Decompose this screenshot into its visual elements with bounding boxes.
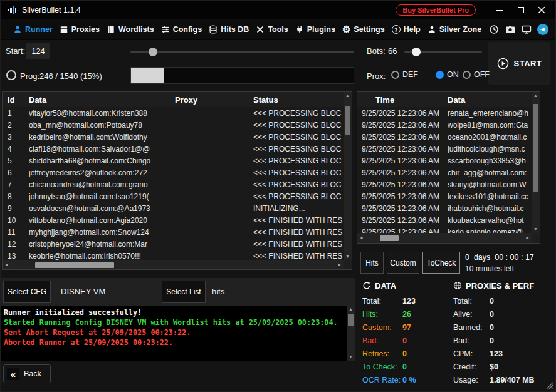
table-row[interactable]: 8 johnnytsao@hotmail.com:tsao1219( <<< P… (3, 190, 344, 202)
table-row[interactable]: 2 oba_mn@hotmail.com:Potoauy78 <<< PROCE… (3, 119, 344, 131)
bots-slider[interactable] (404, 48, 482, 56)
tab-hits[interactable]: Hits (360, 252, 384, 274)
scroll-down-icon[interactable] (345, 254, 350, 260)
scroll-down-icon[interactable] (533, 226, 538, 232)
close-button[interactable] (531, 1, 552, 19)
scroll-thumb[interactable] (380, 235, 399, 241)
cell-status: <<< FINISHED WITH RES (253, 228, 344, 237)
telegram-icon[interactable] (537, 24, 548, 35)
list-item[interactable]: 9/25/2025 12:23:06 AM kloubackcarvalho@h… (357, 214, 532, 226)
resize-grip[interactable] (546, 382, 553, 389)
list-item[interactable]: 9/25/2025 12:23:06 AM judithcolclough@ms… (357, 143, 532, 155)
table-row[interactable]: 1 vltaylor58@hotmail.com:Kristen388 <<< … (3, 107, 344, 119)
list-item[interactable]: 9/25/2025 12:23:06 AM karlo antonio gome… (357, 226, 532, 233)
table-row[interactable]: 9 osvaldocsn@hotmail.com:@Aa1973 INITIAL… (3, 202, 344, 214)
list-item[interactable]: 9/25/2025 12:23:06 AM oceano2001@hotmail… (357, 131, 532, 143)
table-row[interactable]: 6 jeffreymedeiros2@outlook.com:272 <<< P… (3, 167, 344, 178)
stat-row: Banned: 0 (453, 321, 553, 334)
list-item[interactable]: 9/25/2025 12:23:06 AM renata_emerenciano… (357, 107, 532, 119)
history-clock-icon[interactable] (488, 24, 499, 35)
slider-track (130, 51, 354, 53)
runner-table-hscrollbar[interactable] (3, 260, 344, 269)
cell-data: johnnytsao@hotmail.com:tsao1219( (29, 192, 175, 201)
stat-label: CPM: (453, 349, 490, 358)
cell-time: 9/25/2025 12:23:06 AM (357, 157, 448, 165)
table-row[interactable]: 7 chicanoandreu@hotmail.com:grano <<< PR… (3, 178, 344, 190)
start-slider[interactable] (130, 48, 354, 56)
back-button[interactable]: Back (3, 364, 51, 383)
table-row[interactable]: 12 cristopheryoel24@hotmail.com:Mar <<< … (3, 238, 344, 250)
cell-id: 4 (3, 145, 29, 153)
tab-proxies[interactable]: Proxies (60, 25, 100, 34)
tab-wordlists[interactable]: Wordlists (107, 25, 154, 34)
tab-plugins[interactable]: Plugins (295, 25, 335, 34)
tab-hits-db-label: Hits DB (221, 25, 249, 34)
tab-settings-label: Settings (354, 25, 384, 34)
tab-tools[interactable]: Tools (256, 25, 288, 34)
tab-plugins-label: Plugins (307, 25, 335, 34)
tab-custom[interactable]: Custom (387, 252, 419, 274)
start-button[interactable]: START (488, 42, 550, 85)
table-row[interactable]: 10 vittobolano@hotmail.com:Agia2020 <<< … (3, 214, 344, 226)
camera-icon[interactable] (505, 24, 515, 35)
table-row[interactable]: 5 shiddhartha68@hotmail.com:Chingo <<< P… (3, 155, 344, 167)
scroll-up-icon[interactable] (533, 93, 538, 99)
list-item[interactable]: 9/25/2025 12:23:06 AM chir_agg@hotmail.c… (357, 167, 532, 178)
cell-data: oceano2001@hotmail.c (448, 133, 532, 142)
prox-off-radio[interactable]: OFF (463, 70, 490, 79)
stat-label: Bad: (362, 336, 402, 345)
scroll-thumb[interactable] (533, 104, 538, 192)
hits-table-hscrollbar[interactable] (357, 233, 532, 243)
col-header-time: Time (357, 95, 448, 105)
window-title: SilverBullet 1.1.4 (22, 6, 81, 14)
tab-settings[interactable]: Settings (342, 25, 385, 34)
scroll-thumb[interactable] (35, 262, 114, 268)
scroll-thumb[interactable] (345, 106, 350, 135)
maximize-button[interactable] (510, 1, 531, 19)
slider-thumb[interactable] (149, 48, 157, 56)
list-item[interactable]: 9/25/2025 12:23:06 AM lexikess101@hotmai… (357, 190, 532, 202)
scroll-right-icon[interactable] (337, 262, 342, 268)
list-item[interactable]: 9/25/2025 12:23:06 AM skanyi@hotmail.com… (357, 178, 532, 190)
cell-id: 13 (3, 252, 29, 260)
tab-tocheck[interactable]: ToCheck (422, 252, 460, 274)
buy-pro-button[interactable]: Buy SilverBullet Pro (396, 4, 476, 16)
runner-table-vscrollbar[interactable] (344, 92, 352, 260)
scroll-down-icon[interactable] (349, 354, 353, 360)
scroll-left-icon[interactable] (4, 262, 9, 268)
list-item[interactable]: 9/25/2025 12:23:06 AM wolpe81@msn.com:Gt… (357, 119, 532, 131)
scroll-thumb[interactable] (348, 314, 354, 326)
minimize-button[interactable] (490, 1, 510, 19)
tab-silver-zone[interactable]: Silver Zone (427, 25, 481, 34)
table-row[interactable]: 13 keobrie@hotmail.com:Irish0570!!! <<< … (3, 250, 344, 260)
wordlists-icon (107, 25, 115, 34)
select-cfg-button[interactable]: Select CFG (3, 281, 51, 303)
cell-status: <<< PROCESSING BLOC (253, 168, 344, 177)
scroll-up-icon[interactable] (349, 306, 353, 312)
scroll-up-icon[interactable] (345, 93, 350, 99)
slider-thumb[interactable] (412, 48, 421, 56)
list-item[interactable]: 9/25/2025 12:23:06 AM ihabtouhich@hotmai… (357, 202, 532, 214)
stat-row: Retries: 0 (362, 347, 451, 360)
stat-value: 0 (490, 336, 494, 345)
scroll-right-icon[interactable] (525, 235, 530, 241)
table-row[interactable]: 11 myhghjjang@hotmail.com:Snow124 <<< FI… (3, 226, 344, 238)
table-row[interactable]: 3 kedribeiro@hotmail.com:Wolfidothy <<< … (3, 131, 344, 143)
screenshot-monitor-icon[interactable] (521, 24, 532, 35)
tab-hits-db[interactable]: Hits DB (209, 25, 249, 34)
log-vscrollbar[interactable] (347, 306, 355, 361)
list-item[interactable]: 9/25/2025 12:23:06 AM sscarborough33853@… (357, 155, 532, 167)
start-input[interactable] (26, 43, 50, 59)
tab-configs[interactable]: Configs (161, 25, 202, 34)
cell-data: lexikess101@hotmail.cc (448, 192, 532, 201)
prox-on-radio[interactable]: ON (436, 70, 459, 79)
tab-runner[interactable]: Runner (13, 25, 53, 34)
table-row[interactable]: 4 clafi18@hotmail.com:Salvador1@@ <<< PR… (3, 143, 344, 155)
scroll-left-icon[interactable] (359, 235, 364, 241)
prox-def-radio[interactable]: DEF (391, 70, 418, 79)
cell-status: <<< PROCESSING BLOC (253, 133, 344, 142)
runner-table-body: 1 vltaylor58@hotmail.com:Kristen388 <<< … (3, 107, 344, 260)
select-list-button[interactable]: Select List (162, 281, 206, 303)
tab-help[interactable]: Help (392, 25, 421, 34)
hits-table-vscrollbar[interactable] (532, 92, 540, 233)
